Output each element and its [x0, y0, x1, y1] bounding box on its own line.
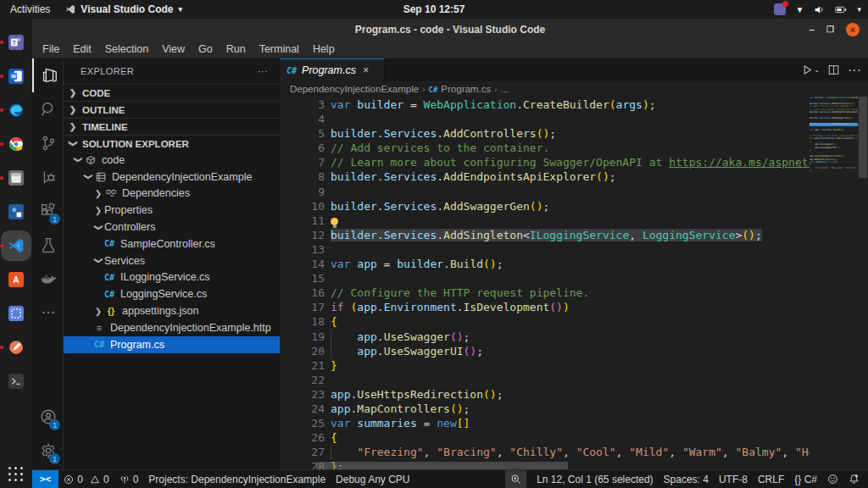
- code-line-5[interactable]: 5builder.Services.AddControllers();: [280, 126, 810, 141]
- dock-item-files[interactable]: [4, 166, 28, 190]
- activity-testing[interactable]: [32, 228, 64, 262]
- tree-item-loggingservice-cs[interactable]: C#LoggingService.cs: [64, 286, 280, 302]
- code-line-3[interactable]: 3var builder = WebApplication.CreateBuil…: [280, 97, 810, 112]
- menu-help[interactable]: Help: [306, 42, 342, 57]
- run-button[interactable]: ⌄: [802, 64, 820, 75]
- vertical-scrollbar[interactable]: [858, 97, 868, 469]
- code-line-11[interactable]: 11: [280, 214, 810, 228]
- close-button[interactable]: ×: [846, 23, 860, 36]
- encoding[interactable]: UTF-8: [714, 470, 753, 488]
- horizontal-scrollbar[interactable]: [316, 462, 568, 469]
- dock-item-vscode[interactable]: [4, 234, 28, 258]
- window-title-bar[interactable]: Program.cs - code - Visual Studio Code –…: [32, 19, 868, 40]
- code-line-26[interactable]: 26{: [280, 430, 810, 445]
- build-config-status[interactable]: Debug Any CPU: [331, 470, 415, 488]
- notifications-bell-icon[interactable]: [843, 470, 868, 488]
- restore-button[interactable]: ❐: [826, 25, 834, 34]
- code-line-13[interactable]: 13: [280, 242, 810, 257]
- code-line-9[interactable]: 9: [280, 185, 810, 199]
- menu-file[interactable]: File: [36, 42, 66, 57]
- activity-more[interactable]: [32, 296, 64, 330]
- code-line-22[interactable]: 22: [280, 373, 810, 387]
- activity-search[interactable]: [32, 92, 64, 126]
- minimize-button[interactable]: –: [809, 24, 815, 36]
- tree-item-appsettings-json[interactable]: ❯{}appsettings.json: [64, 302, 280, 319]
- activity-run-debug[interactable]: [32, 160, 64, 194]
- more-actions-icon[interactable]: ···: [848, 63, 861, 78]
- breadcrumb-item[interactable]: DependencyInjectionExample: [290, 84, 419, 94]
- indicator-app-icon[interactable]: [774, 3, 786, 15]
- breadcrumb[interactable]: DependencyInjectionExample›C#Program.cs›…: [280, 81, 868, 97]
- dock-item-screenshot[interactable]: [4, 302, 28, 325]
- code-line-17[interactable]: 17if (app.Environment.IsDevelopment()): [280, 300, 810, 314]
- menu-go[interactable]: Go: [192, 42, 220, 57]
- tree-item-samplecontroller-cs[interactable]: C#SampleController.cs: [64, 236, 280, 252]
- dock-item-app-center[interactable]: A: [4, 268, 28, 291]
- activities-button[interactable]: Activities: [10, 3, 50, 15]
- section-solution-explorer[interactable]: ❯SOLUTION EXPLORER: [64, 135, 280, 152]
- section-outline[interactable]: ❯OUTLINE: [64, 101, 280, 118]
- code-line-7[interactable]: 7// Learn more about configuring Swagger…: [280, 155, 810, 169]
- remote-indicator[interactable]: ><: [32, 470, 58, 488]
- problems-status[interactable]: 0 0: [58, 470, 114, 488]
- activity-source-control[interactable]: [32, 126, 64, 160]
- battery-icon[interactable]: [835, 4, 847, 15]
- zoom-status-icon[interactable]: [505, 470, 526, 488]
- tree-item-code[interactable]: ❯code: [64, 152, 280, 169]
- activity-docker[interactable]: [32, 262, 64, 296]
- sidebar-more-icon[interactable]: ···: [258, 66, 268, 76]
- activity-explorer[interactable]: [32, 58, 64, 92]
- code-line-15[interactable]: 15: [280, 271, 810, 286]
- code-line-23[interactable]: 23app.UseHttpsRedirection();: [280, 387, 810, 402]
- code-line-27[interactable]: 27 "Freezing", "Bracing", "Chilly", "Coo…: [280, 445, 810, 459]
- code-line-21[interactable]: 21}: [280, 358, 810, 373]
- section-code[interactable]: ❯CODE: [64, 84, 280, 101]
- dock-item-remote-app[interactable]: [4, 200, 28, 224]
- menu-terminal[interactable]: Terminal: [253, 42, 306, 57]
- tree-item-dependencyinjectionexample[interactable]: ❯DependencyInjectionExample: [64, 169, 280, 186]
- system-menu-caret-icon[interactable]: ▾: [857, 5, 861, 14]
- tree-item-dependencies[interactable]: ❯Dependencies: [64, 186, 280, 202]
- tree-item-controllers[interactable]: ❯Controllers: [64, 219, 280, 236]
- lightbulb-icon[interactable]: [331, 218, 338, 225]
- code-line-14[interactable]: 14var app = builder.Build();: [280, 257, 810, 271]
- tab-program-cs[interactable]: C# Program.cs ×: [280, 58, 385, 81]
- dock-item-chrome[interactable]: [4, 132, 28, 156]
- code-line-18[interactable]: 18{: [280, 314, 810, 329]
- activity-extensions[interactable]: 1: [32, 194, 64, 228]
- show-applications-button[interactable]: [6, 464, 26, 485]
- code-line-25[interactable]: 25var summaries = new[]: [280, 416, 810, 430]
- app-menu[interactable]: Visual Studio Code ▾: [65, 3, 182, 15]
- tree-item-iloggingservice-cs[interactable]: C#ILoggingService.cs: [64, 269, 280, 286]
- tab-close-icon[interactable]: ×: [363, 64, 369, 76]
- menu-view[interactable]: View: [155, 42, 192, 57]
- activity-accounts[interactable]: 1: [32, 400, 64, 434]
- clock[interactable]: Sep 10 12:57: [403, 3, 465, 15]
- network-icon[interactable]: ▼: [796, 5, 804, 14]
- code-line-12[interactable]: 12builder.Services.AddSingleton<ILogging…: [280, 228, 810, 242]
- language-mode[interactable]: {} C#: [789, 470, 822, 488]
- tree-item-properties[interactable]: ❯Properties: [64, 202, 280, 219]
- ports-status[interactable]: 0: [114, 470, 144, 488]
- dock-item-word[interactable]: W: [4, 64, 28, 88]
- dock-item-teams[interactable]: T: [4, 30, 28, 54]
- dock-item-pen[interactable]: [4, 336, 28, 359]
- tree-item-program-cs[interactable]: C#Program.cs: [64, 336, 280, 353]
- volume-icon[interactable]: [814, 4, 825, 15]
- activity-settings[interactable]: 1: [32, 434, 64, 468]
- cursor-position[interactable]: Ln 12, Col 1 (65 selected): [531, 470, 658, 488]
- dock-item-terminal[interactable]: [4, 369, 28, 393]
- eol-sequence[interactable]: CRLF: [753, 470, 789, 488]
- breadcrumb-item[interactable]: Program.cs: [441, 84, 491, 94]
- code-line-19[interactable]: 19 app.UseSwagger();: [280, 330, 810, 344]
- code-line-16[interactable]: 16// Configure the HTTP request pipeline…: [280, 286, 810, 300]
- tree-item-services[interactable]: ❯Services: [64, 252, 280, 269]
- code-editor[interactable]: 3var builder = WebApplication.CreateBuil…: [280, 97, 868, 469]
- code-line-4[interactable]: 4: [280, 112, 810, 126]
- section-timeline[interactable]: ❯TIMELINE: [64, 118, 280, 135]
- code-line-6[interactable]: 6// Add services to the container.: [280, 141, 810, 155]
- menu-edit[interactable]: Edit: [66, 42, 98, 57]
- code-line-10[interactable]: 10builder.Services.AddSwaggerGen();: [280, 199, 810, 214]
- minimap[interactable]: var builder = WebApplication.CreateBuild…: [810, 97, 858, 469]
- menu-run[interactable]: Run: [220, 42, 253, 57]
